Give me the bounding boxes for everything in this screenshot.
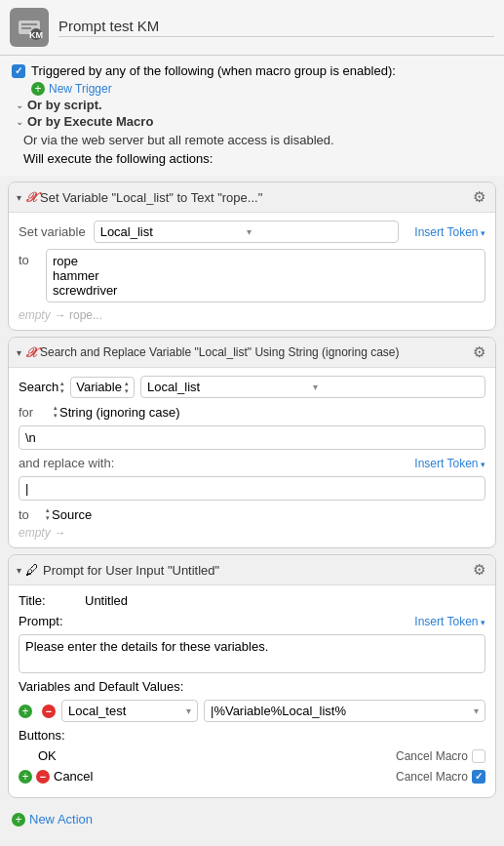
select-arrow-icon: ▾ xyxy=(247,226,393,237)
triggers-section: Triggered by any of the following (when … xyxy=(0,56,504,176)
for-label: for xyxy=(19,405,46,420)
insert-token-btn-3[interactable]: Insert Token xyxy=(414,615,485,628)
remove-button-icon[interactable]: − xyxy=(36,770,50,784)
string-type-text: String (ignoring case) xyxy=(59,405,180,420)
set-variable-icon: 𝒳 xyxy=(25,189,36,206)
action-2-body: Search ▴ ▾ Variable ▴ ▾ Local_list ▾ for xyxy=(9,368,495,547)
action-2-title: Search and Replace Variable "Local_list"… xyxy=(40,345,470,359)
action-3-body: Title: Untitled Prompt: Insert Token Ple… xyxy=(9,585,495,797)
prompt-content-textarea[interactable]: Please enter the details for these varia… xyxy=(19,634,485,673)
variable-name-select-3[interactable]: Local_test ▾ xyxy=(61,700,198,722)
trigger-by-script[interactable]: ⌄ Or by script. xyxy=(16,98,492,112)
search-content-textarea[interactable]: \n xyxy=(19,425,485,450)
action-card-search-replace: ▾ 𝒳 Search and Replace Variable "Local_l… xyxy=(8,337,496,548)
set-variable-row: Set variable Local_list ▾ Insert Token xyxy=(19,221,485,243)
app-header: KM Prompt test KM xyxy=(0,0,504,56)
search-label-stepper: Search ▴ ▾ xyxy=(19,380,64,395)
trigger-enabled-checkbox[interactable] xyxy=(12,64,25,78)
cancel-button-row: + − Cancel Cancel Macro xyxy=(19,769,485,784)
collapse-icon-2[interactable]: ▾ xyxy=(17,347,21,358)
prompt-content-row: Please enter the details for these varia… xyxy=(19,634,485,673)
prompt-title-row: Title: Untitled xyxy=(19,593,485,608)
variable-stepper-arrows[interactable]: ▴ ▾ xyxy=(125,380,129,395)
svg-rect-2 xyxy=(21,23,37,25)
string-type-arrows[interactable]: ▴ ▾ xyxy=(54,404,58,420)
replace-content-row: | xyxy=(19,476,485,501)
variable-default-value[interactable]: |%Variable%Local_list% ▾ xyxy=(204,700,485,722)
action-card-2-header: ▾ 𝒳 Search and Replace Variable "Local_l… xyxy=(9,338,495,368)
title-value: Untitled xyxy=(85,593,128,608)
variable-name-value: Local_list xyxy=(100,224,247,239)
action-1-body: Set variable Local_list ▾ Insert Token t… xyxy=(9,213,495,330)
new-action-button[interactable]: + New Action xyxy=(12,812,93,826)
action-1-gear-icon[interactable]: ⚙ xyxy=(470,188,487,206)
title-label: Title: xyxy=(19,593,77,608)
for-row: for ▴ ▾ String (ignoring case) xyxy=(19,404,485,420)
action-card-set-variable: ▾ 𝒳 Set Variable "Local_list" to Text "r… xyxy=(8,181,496,331)
action-3-gear-icon[interactable]: ⚙ xyxy=(470,561,487,579)
empty-arrow-1: empty → rope... xyxy=(19,308,485,322)
replace-content-textarea[interactable]: | xyxy=(19,476,485,501)
will-execute-label: Will execute the following actions: xyxy=(23,151,481,166)
variable-value-arrow-icon: ▾ xyxy=(474,705,479,716)
buttons-section: Buttons: OK Cancel Macro + − Cancel Canc… xyxy=(19,728,485,784)
collapse-icon-1[interactable]: ▾ xyxy=(17,192,21,203)
prompt-label-row: Prompt: Insert Token xyxy=(19,614,485,628)
search-replace-icon: 𝒳 xyxy=(25,344,36,361)
search-variable-name: Local_list xyxy=(147,380,313,394)
search-variable-select[interactable]: Variable ▴ ▾ xyxy=(70,377,135,398)
insert-token-btn-1[interactable]: Insert Token xyxy=(414,225,485,239)
add-button-icon[interactable]: + xyxy=(19,770,32,784)
variable-label-text: Variable xyxy=(76,380,122,394)
trigger-by-execute-label: Or by Execute Macro xyxy=(27,114,153,129)
svg-rect-3 xyxy=(21,27,31,29)
set-variable-label: Set variable xyxy=(19,224,86,239)
source-row: to ▴ ▾ Source xyxy=(19,506,485,522)
search-variable-name-select[interactable]: Local_list ▾ xyxy=(140,376,485,398)
svg-text:KM: KM xyxy=(29,30,43,40)
prompt-label: Prompt: xyxy=(19,614,399,628)
footer: + New Action xyxy=(0,804,504,834)
web-server-note: Or via the web server but all remote acc… xyxy=(23,133,481,147)
ok-button-row: OK Cancel Macro xyxy=(19,748,485,763)
to-row: to rope hammer screwdriver xyxy=(19,249,485,302)
cancel-button-name: Cancel xyxy=(54,769,396,784)
to-label: to xyxy=(19,249,38,267)
select-arrow-2-icon: ▾ xyxy=(313,382,479,392)
trigger-by-execute[interactable]: ⌄ Or by Execute Macro xyxy=(16,114,492,129)
variable-default-text: |%Variable%Local_list% xyxy=(211,704,346,718)
search-content-row: \n xyxy=(19,425,485,450)
remove-variable-icon[interactable]: − xyxy=(42,705,56,718)
action-card-3-header: ▾ 🖊 Prompt for User Input "Untitled" ⚙ xyxy=(9,555,495,585)
variable-name-select[interactable]: Local_list ▾ xyxy=(94,221,400,243)
prompt-icon: 🖊 xyxy=(25,562,39,578)
action-2-gear-icon[interactable]: ⚙ xyxy=(470,343,487,361)
source-arrows[interactable]: ▴ ▾ xyxy=(46,506,50,522)
ok-cancel-macro-checkbox[interactable] xyxy=(472,749,485,763)
variable-name-3: Local_test xyxy=(68,704,126,718)
collapse-icon-3[interactable]: ▾ xyxy=(17,565,21,576)
search-label-text: Search xyxy=(19,380,58,394)
new-trigger-plus-icon: + xyxy=(31,82,45,96)
variable-content-textarea[interactable]: rope hammer screwdriver xyxy=(46,249,485,302)
trigger-by-script-label: Or by script. xyxy=(27,98,102,112)
variables-and-defaults-label: Variables and Default Values: xyxy=(19,679,485,694)
replace-label-row: and replace with: Insert Token xyxy=(19,456,485,470)
disclosure-arrow-execute-icon: ⌄ xyxy=(16,116,23,127)
macro-title[interactable]: Prompt test KM xyxy=(58,18,494,37)
app-icon: KM xyxy=(10,8,49,47)
variable-select-arrow-icon: ▾ xyxy=(186,705,191,716)
ok-button-name: OK xyxy=(38,748,396,763)
search-stepper-arrows[interactable]: ▴ ▾ xyxy=(60,380,64,395)
buttons-label: Buttons: xyxy=(19,728,485,743)
new-trigger-button[interactable]: + New Trigger xyxy=(31,82,492,96)
source-label: Source xyxy=(52,507,92,522)
string-type-stepper: ▴ ▾ String (ignoring case) xyxy=(54,404,180,420)
variable-entry-row: + − Local_test ▾ |%Variable%Local_list% … xyxy=(19,700,485,722)
action-card-1-header: ▾ 𝒳 Set Variable "Local_list" to Text "r… xyxy=(9,182,495,213)
add-variable-icon[interactable]: + xyxy=(19,705,32,718)
action-3-title: Prompt for User Input "Untitled" xyxy=(43,563,470,578)
insert-token-btn-2[interactable]: Insert Token xyxy=(414,457,485,470)
cancel-cancel-macro-checkbox[interactable] xyxy=(472,770,485,784)
new-action-label: New Action xyxy=(29,812,93,826)
